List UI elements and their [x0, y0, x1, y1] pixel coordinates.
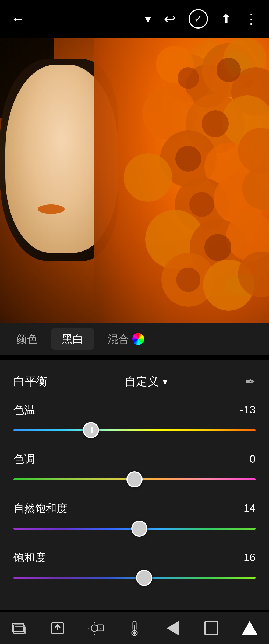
natural-sat-header: 自然饱和度 14 [13, 501, 256, 516]
svg-point-43 [133, 631, 136, 635]
white-balance-chevron-icon[interactable]: ▾ [162, 376, 168, 387]
white-balance-label: 白平衡 [13, 374, 47, 389]
image-background [0, 38, 269, 323]
tabs-bar: 颜色 黑白 混合 [0, 323, 269, 355]
color-temp-thumb[interactable] [83, 422, 99, 438]
tone-slider-row: 色调 0 [13, 452, 256, 487]
color-temp-header: 色温 -13 [13, 402, 256, 417]
natural-sat-value: 14 [244, 502, 256, 514]
svg-point-23 [217, 58, 241, 82]
thermometer-icon [129, 620, 140, 636]
frame-icon [204, 621, 218, 635]
export-icon [50, 621, 65, 635]
natural-sat-slider[interactable] [13, 521, 256, 537]
thermometer-button[interactable] [121, 617, 148, 639]
undo-button[interactable]: ↩ [164, 11, 176, 27]
more-button[interactable]: ⋮ [244, 11, 258, 27]
triangle-left-icon [167, 621, 179, 636]
svg-point-25 [175, 146, 201, 172]
svg-point-34 [91, 625, 98, 631]
top-bar: ← ▾ ↩ ✓ ⬆ ⋮ [0, 0, 269, 38]
color-temp-slider-row: 色温 -13 [13, 402, 256, 438]
sat-value: 16 [244, 551, 256, 564]
roses-overlay [94, 38, 269, 323]
svg-point-28 [176, 268, 200, 292]
tone-thumb[interactable] [126, 471, 143, 487]
sat-label: 饱和度 [13, 550, 46, 565]
svg-point-24 [202, 110, 229, 137]
playback-button[interactable] [160, 617, 186, 639]
sat-thumb[interactable] [136, 570, 152, 586]
natural-sat-slider-row: 自然饱和度 14 [13, 501, 256, 537]
sat-slider[interactable] [13, 570, 256, 586]
svg-point-26 [189, 192, 214, 217]
color-temp-track [13, 429, 256, 431]
white-balance-row: 白平衡 自定义 ▾ ✒ [13, 374, 256, 389]
light-box-button[interactable] [83, 617, 109, 639]
tone-header: 色调 0 [13, 452, 256, 466]
tab-color[interactable]: 颜色 [5, 328, 48, 350]
top-bar-right: ▾ ↩ ✓ ⬆ ⋮ [145, 9, 258, 29]
tone-value: 0 [250, 453, 256, 465]
frame-button[interactable] [198, 617, 225, 639]
natural-sat-thumb[interactable] [131, 521, 147, 537]
lips [38, 204, 65, 214]
image-area [0, 38, 269, 323]
white-balance-value: 自定义 [125, 374, 159, 389]
color-temp-slider[interactable] [13, 422, 256, 438]
dropdown-button[interactable]: ▾ [145, 12, 151, 26]
sat-header: 饱和度 16 [13, 550, 256, 565]
natural-sat-label: 自然饱和度 [13, 501, 67, 516]
roses-svg [94, 38, 269, 323]
light-box-icon [88, 621, 104, 635]
back-button[interactable]: ← [11, 11, 25, 27]
svg-rect-42 [134, 625, 135, 631]
svg-point-22 [178, 67, 199, 89]
mix-color-wheel-icon [132, 333, 144, 345]
tab-mix[interactable]: 混合 [97, 328, 155, 350]
confirm-button[interactable]: ✓ [189, 9, 208, 29]
color-temp-label: 色温 [13, 402, 35, 417]
svg-point-12 [124, 153, 172, 202]
tone-slider[interactable] [13, 471, 256, 487]
svg-point-27 [204, 234, 231, 261]
layers-icon [12, 621, 27, 635]
eyedropper-icon[interactable]: ✒ [245, 374, 256, 389]
triangle-up-icon [242, 621, 258, 635]
white-balance-center: 自定义 ▾ [125, 374, 168, 389]
sat-slider-row: 饱和度 16 [13, 550, 256, 586]
controls-area: 白平衡 自定义 ▾ ✒ 色温 -13 色调 0 自 [0, 360, 269, 610]
export-button[interactable] [44, 617, 71, 639]
layers-button[interactable] [6, 617, 33, 639]
bottom-toolbar [0, 612, 269, 644]
share-button[interactable]: ⬆ [221, 12, 231, 26]
color-temp-value: -13 [240, 404, 256, 416]
triangle-button[interactable] [236, 617, 263, 639]
tone-label: 色调 [13, 452, 35, 466]
tab-bw[interactable]: 黑白 [51, 328, 94, 350]
sat-track [13, 577, 256, 579]
